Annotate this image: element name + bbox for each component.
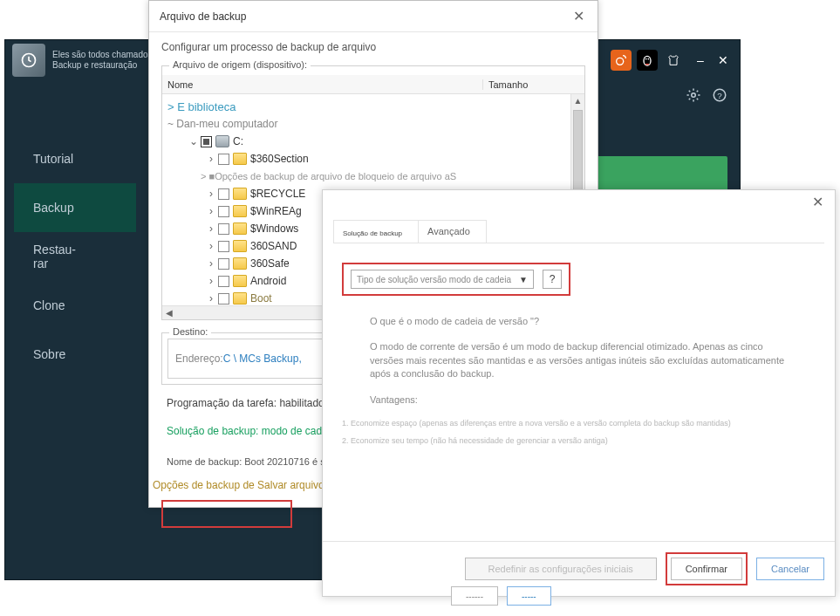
checkbox[interactable] <box>218 258 229 270</box>
app-logo-icon <box>12 44 45 77</box>
systray <box>611 50 684 71</box>
folder-icon <box>233 205 247 217</box>
sidebar: Tutorial Backup Restau- rar Clone Sobre <box>14 134 136 379</box>
svg-point-7 <box>692 92 696 97</box>
close-icon[interactable]: ✕ <box>809 193 826 210</box>
checkbox[interactable] <box>218 241 229 252</box>
svg-text:?: ? <box>717 90 722 99</box>
reset-button[interactable]: Redefinir as configurações iniciais <box>465 558 657 580</box>
dialog-titlebar: Arquivo de backup ✕ <box>149 1 598 32</box>
svg-point-4 <box>645 57 651 65</box>
folder-icon <box>233 240 247 252</box>
svg-point-6 <box>648 58 650 59</box>
advantage-item: 1. Economize espaço (apenas as diferença… <box>342 419 816 428</box>
checkbox[interactable] <box>218 276 229 287</box>
svg-point-2 <box>617 58 623 65</box>
options-footer: Redefinir as configurações iniciais Conf… <box>323 541 835 596</box>
col-name[interactable]: Nome <box>162 79 483 90</box>
sidebar-item-tutorial[interactable]: Tutorial <box>14 134 136 183</box>
folder-icon <box>233 292 247 305</box>
destination-legend: Destino: <box>169 326 211 337</box>
tree-lock-hint: > ■ Opções de backup de arquivo de bloqu… <box>162 168 570 185</box>
help-button[interactable]: ? <box>543 270 562 289</box>
checkbox[interactable] <box>218 154 229 165</box>
folder-icon <box>233 153 247 165</box>
folder-icon <box>233 275 247 287</box>
checkbox[interactable] <box>218 206 229 217</box>
tree-item-computer[interactable]: ~ Dan-meu computador <box>162 115 570 133</box>
chevron-right-icon[interactable]: › <box>204 257 218 270</box>
folder-icon <box>233 257 247 270</box>
source-legend: Arquivo de origem (dispositivo): <box>169 59 311 70</box>
col-size[interactable]: Tamanho <box>483 79 570 90</box>
advantages-list: 1. Economize espaço (apenas as diferença… <box>342 419 816 445</box>
checkbox[interactable] <box>218 293 229 305</box>
tree-item-c-drive[interactable]: ⌄ C: <box>162 133 570 150</box>
advantages-title: Vantagens: <box>370 394 788 407</box>
options-titlebar: ✕ <box>323 190 835 213</box>
sidebar-item-restore[interactable]: Restau- rar <box>14 232 136 281</box>
chevron-down-icon[interactable]: ⌄ <box>187 135 201 147</box>
caret-down-icon: ▼ <box>519 275 528 284</box>
folder-icon <box>233 222 247 235</box>
chevron-right-icon[interactable]: › <box>204 188 218 200</box>
solution-type-select[interactable]: Tipo de solução versão modo de cadeia ▼ <box>351 270 534 289</box>
chevron-right-icon[interactable]: › <box>204 153 218 165</box>
gear-icon[interactable] <box>684 86 703 105</box>
dest-path: C \ MCs Backup, <box>223 352 302 365</box>
checkbox[interactable] <box>218 223 229 235</box>
checkbox-partial[interactable] <box>201 136 212 147</box>
close-icon[interactable]: ✕ <box>570 8 587 25</box>
shirt-icon[interactable] <box>663 50 684 71</box>
weibo-icon[interactable] <box>611 50 632 71</box>
highlight-box-confirm: Confirmar <box>666 552 748 585</box>
sidebar-item-clone[interactable]: Clone <box>14 281 136 330</box>
help-icon[interactable]: ? <box>710 86 729 105</box>
chevron-right-icon[interactable]: › <box>204 292 218 305</box>
dialog-title: Arquivo de backup <box>160 10 246 23</box>
tab-advanced[interactable]: Avançado <box>418 220 487 243</box>
folder-icon <box>233 188 247 200</box>
close-button[interactable]: ✕ <box>714 51 733 70</box>
desc-body: O modo de corrente de versão é um modo d… <box>370 340 788 380</box>
window-controls: – ✕ <box>691 51 733 70</box>
sidebar-item-about[interactable]: Sobre <box>14 330 136 379</box>
select-value: Tipo de solução versão modo de cadeia <box>357 275 511 284</box>
tree-header: Nome Tamanho <box>162 75 584 94</box>
tree-item[interactable]: ›$360Section <box>162 150 570 168</box>
cancel-button[interactable]: Cancelar <box>756 558 824 580</box>
scroll-left-icon[interactable]: ◀ <box>162 308 176 318</box>
chevron-right-icon[interactable]: › <box>204 205 218 217</box>
dialog-subtitle: Configurar um processo de backup de arqu… <box>161 41 585 53</box>
advantage-item: 2. Economize seu tempo (não há necessida… <box>342 436 816 445</box>
chevron-right-icon[interactable]: › <box>204 275 218 287</box>
scroll-up-icon[interactable]: ▲ <box>571 94 584 108</box>
tab-scheme[interactable]: Solução de backup <box>333 220 419 243</box>
confirm-button[interactable]: Confirmar <box>671 558 742 580</box>
chevron-right-icon[interactable]: › <box>204 222 218 235</box>
svg-point-5 <box>645 58 647 59</box>
sidebar-item-backup[interactable]: Backup <box>14 183 136 232</box>
disk-icon <box>215 135 229 147</box>
desc-title: O que é o modo de cadeia de versão "? <box>370 315 788 328</box>
minimize-button[interactable]: – <box>691 51 710 70</box>
tabbar: Solução de backup Avançado <box>333 220 824 243</box>
backup-options-dialog: ✕ Solução de backup Avançado Tipo de sol… <box>322 189 836 597</box>
highlight-box-select: Tipo de solução versão modo de cadeia ▼ … <box>342 263 570 296</box>
dest-prefix: Endereço: <box>175 352 223 365</box>
checkbox[interactable] <box>218 188 229 200</box>
description-block: O que é o modo de cadeia de versão "? O … <box>370 315 788 407</box>
chevron-right-icon[interactable]: › <box>204 240 218 252</box>
tree-item-library[interactable]: > E biblioteca <box>162 98 570 115</box>
qq-icon[interactable] <box>637 50 658 71</box>
